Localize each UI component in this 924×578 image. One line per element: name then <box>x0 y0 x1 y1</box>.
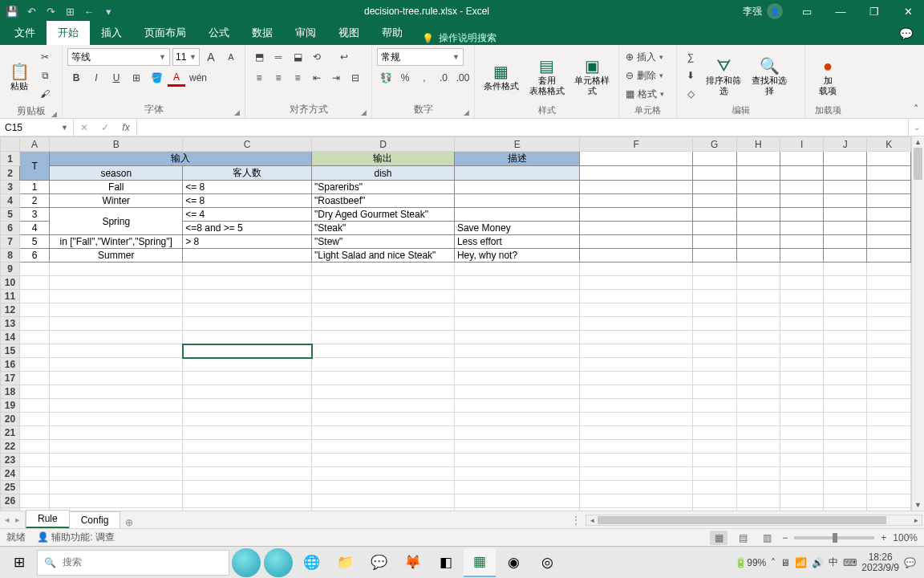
name-box[interactable]: C15▼ <box>0 119 74 136</box>
cell-D19[interactable] <box>312 399 455 413</box>
font-color-button[interactable]: A <box>168 69 185 87</box>
page-layout-view-button[interactable]: ▤ <box>734 531 752 545</box>
decrease-decimal-button[interactable]: .00 <box>454 69 472 87</box>
tray-volume-icon[interactable]: 🔊 <box>812 557 824 568</box>
cell-B23[interactable] <box>50 454 183 467</box>
cell-C13[interactable] <box>183 317 312 331</box>
cell-B19[interactable] <box>50 399 183 413</box>
cell-E27[interactable] <box>454 508 579 511</box>
row-header-15[interactable]: 15 <box>1 344 20 358</box>
cell-D6[interactable]: "Steak" <box>312 222 455 235</box>
cell-G14[interactable] <box>692 331 736 344</box>
cell-G5[interactable] <box>692 208 736 222</box>
cell-A4[interactable]: 2 <box>19 194 49 208</box>
tab-file[interactable]: 文件 <box>3 21 47 45</box>
cell-J5[interactable] <box>824 208 867 222</box>
cell-C26[interactable] <box>183 495 312 508</box>
cell-J11[interactable] <box>824 290 867 303</box>
tray-expand-icon[interactable]: ˄ <box>771 557 776 568</box>
row-header-6[interactable]: 6 <box>1 222 20 235</box>
cell-K25[interactable] <box>867 481 911 495</box>
cell-K2[interactable] <box>867 166 911 181</box>
tray-clock[interactable]: 18:262023/9/9 <box>861 552 899 573</box>
cell-A5[interactable]: 3 <box>19 208 49 222</box>
cell-F1[interactable] <box>580 152 692 166</box>
cell-E16[interactable] <box>454 358 579 372</box>
qa-redo[interactable]: ↷ <box>42 2 59 20</box>
decrease-indent-button[interactable]: ⇤ <box>308 69 326 87</box>
cell-A9[interactable] <box>19 263 49 276</box>
cell-C5[interactable]: <= 4 <box>183 208 312 222</box>
row-header-24[interactable]: 24 <box>1 467 20 481</box>
row-header-20[interactable]: 20 <box>1 413 20 426</box>
cell-D20[interactable] <box>312 413 455 426</box>
cell-G16[interactable] <box>692 358 736 372</box>
row-header-17[interactable]: 17 <box>1 372 20 385</box>
worksheet-grid[interactable]: ABCDEFGHIJK1 T 输入 输出 描述 2 season 客人数 dis… <box>0 136 911 511</box>
percent-format-button[interactable]: % <box>396 69 414 87</box>
cell-G25[interactable] <box>692 481 736 495</box>
cell-H19[interactable] <box>736 399 780 413</box>
cell-B16[interactable] <box>50 358 183 372</box>
cell-K13[interactable] <box>867 317 911 331</box>
cell-F19[interactable] <box>580 399 692 413</box>
cell-I11[interactable] <box>780 290 824 303</box>
col-header-K[interactable]: K <box>867 137 911 152</box>
cell-A24[interactable] <box>19 467 49 481</box>
row-header-8[interactable]: 8 <box>1 249 20 263</box>
cell-H7[interactable] <box>736 235 780 249</box>
cell-H25[interactable] <box>736 481 780 495</box>
enter-formula-button[interactable]: ✓ <box>95 122 116 133</box>
cell-B9[interactable] <box>50 263 183 276</box>
cell-A16[interactable] <box>19 358 49 372</box>
cell-G19[interactable] <box>692 399 736 413</box>
qa-undo[interactable]: ↶ <box>22 2 40 20</box>
cell-G2[interactable] <box>692 166 736 181</box>
cell-I14[interactable] <box>780 331 824 344</box>
taskbar-app1[interactable]: ◉ <box>497 548 529 577</box>
cell-C15[interactable] <box>183 344 312 358</box>
cell-A22[interactable] <box>19 440 49 454</box>
cell-G22[interactable] <box>692 440 736 454</box>
cell-F23[interactable] <box>580 454 692 467</box>
ribbon-display-options[interactable]: ▭ <box>791 0 823 22</box>
cell-I21[interactable] <box>780 426 824 440</box>
cell-H27[interactable] <box>736 508 780 511</box>
row-header-9[interactable]: 9 <box>1 263 20 276</box>
cell-F26[interactable] <box>580 495 692 508</box>
col-header-C[interactable]: C <box>183 137 312 152</box>
row-header-27[interactable]: 27 <box>1 508 20 511</box>
cell-G20[interactable] <box>692 413 736 426</box>
cell-H2[interactable] <box>736 166 780 181</box>
cut-button[interactable]: ✂ <box>36 48 54 66</box>
cell-I23[interactable] <box>780 454 824 467</box>
cell-J10[interactable] <box>824 276 867 290</box>
cell-B2[interactable]: season <box>50 166 183 181</box>
cell-I20[interactable] <box>780 413 824 426</box>
tab-help[interactable]: 帮助 <box>371 21 414 45</box>
cell-K3[interactable] <box>867 181 911 194</box>
cell-I19[interactable] <box>780 399 824 413</box>
new-sheet-button[interactable]: ⊕ <box>120 517 139 528</box>
cell-E1[interactable]: 描述 <box>454 152 579 166</box>
cell-K9[interactable] <box>867 263 911 276</box>
cell-B5[interactable]: Spring <box>50 208 183 235</box>
row-header-25[interactable]: 25 <box>1 481 20 495</box>
sort-filter-button[interactable]: ᗊ排序和筛选 <box>702 48 745 104</box>
taskbar-app2[interactable]: ◎ <box>531 548 563 577</box>
cell-J13[interactable] <box>824 317 867 331</box>
insert-cells-button[interactable]: ⊕插入▾ <box>624 48 672 66</box>
italic-button[interactable]: I <box>87 69 105 87</box>
cell-D2[interactable]: dish <box>312 166 455 181</box>
fill-button[interactable]: ⬇ <box>682 67 699 84</box>
cell-H18[interactable] <box>736 385 780 399</box>
cell-J24[interactable] <box>824 467 867 481</box>
cell-D9[interactable] <box>312 263 455 276</box>
phonetic-button[interactable]: wén <box>188 69 209 87</box>
cell-J15[interactable] <box>824 344 867 358</box>
cell-B21[interactable] <box>50 426 183 440</box>
cell-I13[interactable] <box>780 317 824 331</box>
cell-F4[interactable] <box>580 194 692 208</box>
cell-F7[interactable] <box>580 235 692 249</box>
cell-C21[interactable] <box>183 426 312 440</box>
